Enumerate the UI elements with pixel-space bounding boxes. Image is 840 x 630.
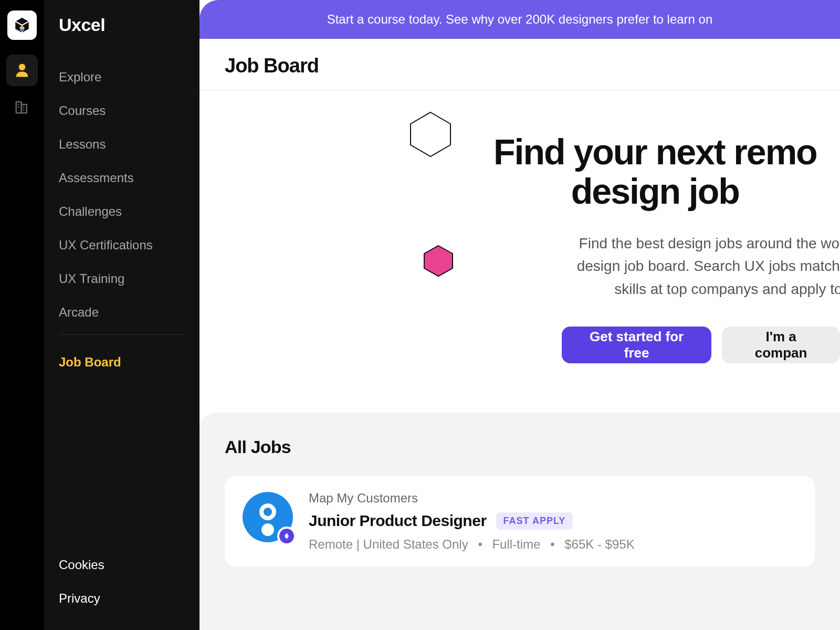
nav-divider (59, 334, 185, 335)
hero: Find your next remo design job Find the … (200, 90, 840, 413)
meta-separator: • (550, 537, 554, 551)
job-body: Map My Customers Junior Product Designer… (309, 491, 798, 552)
app-logo-icon[interactable] (7, 10, 37, 40)
svg-rect-1 (20, 29, 25, 31)
svg-rect-5 (18, 104, 19, 106)
brand-title: Uxcel (59, 15, 200, 35)
sidebar: Uxcel Explore Courses Lessons Assessment… (44, 0, 200, 630)
hero-line1: Find your next remo (494, 132, 817, 172)
rail-business-icon[interactable] (6, 91, 38, 123)
job-title: Junior Product Designer (309, 512, 487, 530)
building-icon (14, 99, 30, 115)
nav-ux-training[interactable]: UX Training (59, 262, 200, 296)
job-title-row: Junior Product Designer FAST APPLY (309, 512, 798, 530)
svg-marker-9 (411, 112, 450, 156)
job-salary: $65K - $95K (564, 537, 634, 551)
rail-profile-icon[interactable] (6, 55, 38, 86)
svg-rect-0 (20, 27, 25, 29)
nav-ux-certifications[interactable]: UX Certifications (59, 228, 200, 262)
meta-separator: • (478, 537, 482, 551)
hero-buttons: Get started for free I'm a compan (562, 327, 840, 363)
hexagon-outline-icon (404, 108, 457, 161)
sidebar-footer: Cookies Privacy (59, 548, 200, 615)
nav-explore[interactable]: Explore (59, 60, 200, 94)
nav-courses[interactable]: Courses (59, 94, 200, 128)
svg-rect-7 (23, 107, 25, 108)
job-location: Remote | United States Only (309, 537, 468, 551)
svg-point-2 (19, 64, 26, 71)
hexagon-filled-icon (420, 243, 457, 279)
job-type: Full-time (492, 537, 540, 551)
svg-rect-8 (23, 109, 25, 111)
nav-assessments[interactable]: Assessments (59, 161, 200, 195)
promo-banner[interactable]: Start a course today. See why over 200K … (200, 0, 840, 39)
footer-cookies[interactable]: Cookies (59, 548, 200, 582)
svg-rect-6 (18, 107, 19, 108)
company-button[interactable]: I'm a compan (722, 327, 840, 363)
page-title-bar: Job Board (200, 39, 840, 90)
svg-point-13 (264, 508, 272, 516)
job-card[interactable]: Map My Customers Junior Product Designer… (225, 476, 815, 566)
nav-lessons[interactable]: Lessons (59, 128, 200, 161)
svg-point-14 (261, 523, 274, 536)
footer-privacy[interactable]: Privacy (59, 582, 200, 615)
nav-challenges[interactable]: Challenges (59, 195, 200, 228)
company-logo-icon (242, 491, 294, 543)
nav-job-board[interactable]: Job Board (59, 345, 200, 379)
job-company-name: Map My Customers (309, 491, 798, 506)
all-jobs-title: All Jobs (225, 437, 815, 457)
all-jobs-section: All Jobs Map My Customers Junior Product… (200, 413, 840, 630)
hero-subtitle: Find the best design jobs around the wor… (504, 232, 840, 300)
main: Start a course today. See why over 200K … (200, 0, 840, 630)
job-meta: Remote | United States Only • Full-time … (309, 537, 798, 552)
get-started-button[interactable]: Get started for free (562, 327, 711, 363)
svg-rect-4 (22, 104, 27, 113)
person-icon (14, 62, 30, 78)
page-title: Job Board (225, 55, 815, 77)
hero-line2: design job (494, 172, 817, 211)
cube-icon (13, 16, 31, 34)
nav-arcade[interactable]: Arcade (59, 296, 200, 329)
fast-apply-badge: FAST APPLY (496, 512, 573, 530)
app-rail (0, 0, 44, 630)
hero-headline: Find your next remo design job (494, 132, 817, 211)
svg-marker-10 (424, 246, 453, 276)
